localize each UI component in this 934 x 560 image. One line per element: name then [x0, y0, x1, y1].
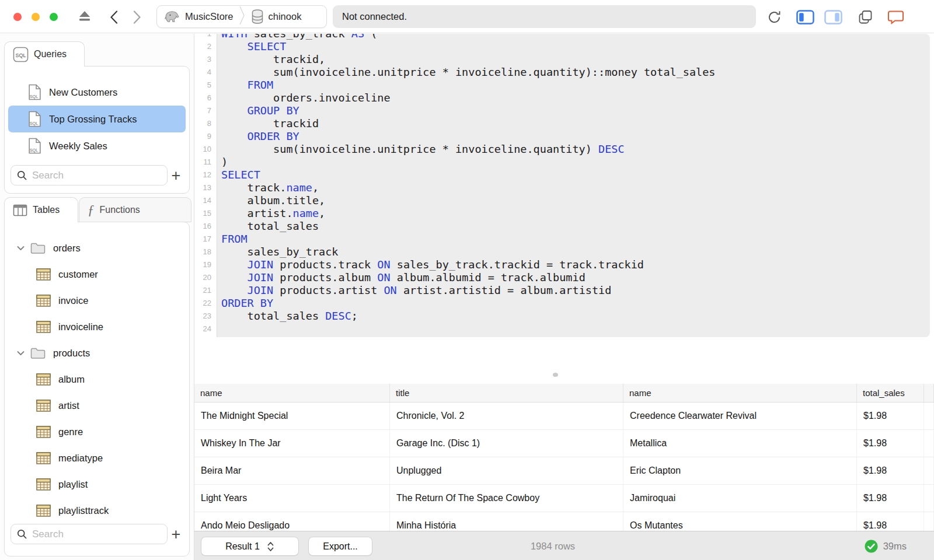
code-line[interactable]: FROM [221, 233, 930, 246]
code-line[interactable]: artist.name, [221, 207, 930, 220]
tab-queries[interactable]: SQL Queries [4, 41, 85, 66]
code-line[interactable]: total_sales DESC; [221, 310, 930, 323]
export-button[interactable]: Export... [309, 537, 372, 555]
code-line[interactable]: total_sales [221, 220, 930, 233]
table-cell[interactable]: $1.98 [857, 430, 924, 457]
tree-item-invoiceline[interactable]: invoiceline [5, 314, 189, 340]
tree-item-label: playlist [58, 479, 88, 490]
tab-tables[interactable]: Tables [4, 197, 78, 222]
tree-item-artist[interactable]: artist [5, 393, 189, 419]
toggle-left-sidebar-icon[interactable] [796, 10, 814, 24]
disconnect-eject-icon[interactable] [78, 10, 91, 22]
table-cell[interactable]: Unplugged [390, 457, 623, 484]
editor-results-splitter[interactable] [194, 369, 934, 384]
column-header-total-sales[interactable]: total_sales [857, 384, 924, 402]
code-line[interactable]: FROM [221, 79, 930, 92]
code-line[interactable]: JOIN products.album ON album.albumid = t… [221, 271, 930, 284]
code-line[interactable]: ORDER BY [221, 130, 930, 143]
table-cell[interactable]: The Midnight Special [194, 402, 390, 429]
breadcrumb-connection[interactable]: MusicStore [185, 11, 234, 22]
tables-search-box[interactable] [11, 524, 168, 544]
column-header-name[interactable]: name [623, 384, 857, 402]
table-cell[interactable]: Os Mutantes [623, 512, 857, 531]
column-header-title[interactable]: title [390, 384, 623, 402]
query-item-new-customers[interactable]: SQL New Customers [8, 79, 186, 106]
tree-item-products[interactable]: products [5, 340, 189, 366]
tree-item-playlisttrack[interactable]: playlisttrack [5, 498, 189, 524]
add-query-button[interactable]: + [168, 167, 184, 184]
table-row[interactable]: Ando Meio DesligadoMinha HistóriaOs Muta… [194, 512, 934, 531]
table-cell[interactable]: Eric Clapton [623, 457, 857, 484]
table-cell[interactable]: Beira Mar [194, 457, 390, 484]
tab-functions[interactable]: ƒ Functions [79, 197, 191, 222]
tables-search-input[interactable] [32, 528, 161, 540]
refresh-icon[interactable] [766, 9, 782, 25]
result-selector-dropdown[interactable]: Result 1 [201, 537, 298, 555]
table-cell[interactable]: Minha História [390, 512, 623, 531]
chevron-down-icon[interactable] [17, 351, 25, 356]
table-cell[interactable]: $1.98 [857, 402, 924, 429]
column-header-name[interactable]: name [194, 384, 390, 402]
query-item-top-grossing-tracks[interactable]: SQL Top Grossing Tracks [8, 106, 186, 132]
table-cell[interactable]: Jamiroquai [623, 485, 857, 512]
tree-item-invoice[interactable]: invoice [5, 288, 189, 314]
table-row[interactable]: Whiskey In The JarGarage Inc. (Disc 1)Me… [194, 430, 934, 457]
code-line[interactable]: track.name, [221, 181, 930, 194]
table-cell[interactable]: Light Years [194, 485, 390, 512]
table-row[interactable]: The Midnight SpecialChronicle, Vol. 2Cre… [194, 402, 934, 430]
table-cell[interactable]: The Return Of The Space Cowboy [390, 485, 623, 512]
tree-item-genre[interactable]: genre [5, 419, 189, 445]
forward-button[interactable] [133, 10, 141, 24]
svg-text:SQL: SQL [30, 121, 39, 126]
splitter-handle-icon[interactable] [553, 373, 558, 377]
queries-search-input[interactable] [32, 170, 161, 181]
breadcrumb-database[interactable]: chinook [269, 11, 302, 22]
code-line[interactable]: sum(invoiceline.unitprice * invoiceline.… [221, 143, 930, 156]
code-line[interactable]: sum(invoiceline.unitprice * invoiceline.… [221, 66, 930, 79]
sql-code-area[interactable]: WITH sales_by_track AS ( SELECT trackid,… [217, 34, 930, 337]
tree-item-album[interactable]: album [5, 366, 189, 393]
new-window-icon[interactable] [858, 10, 873, 24]
table-cell[interactable]: $1.98 [857, 512, 924, 531]
table-cell[interactable]: Ando Meio Desligado [194, 512, 390, 531]
tree-item-orders[interactable]: orders [5, 235, 189, 261]
code-line[interactable]: sales_by_track [221, 246, 930, 258]
code-line[interactable]: orders.invoiceline [221, 92, 930, 104]
table-cell[interactable]: $1.98 [857, 457, 924, 484]
code-line[interactable]: JOIN products.artist ON artist.artistid … [221, 284, 930, 297]
toggle-right-sidebar-icon[interactable] [824, 10, 842, 24]
table-row[interactable]: Beira MarUnpluggedEric Clapton$1.98 [194, 457, 934, 485]
code-line[interactable]: WITH sales_by_track AS ( [221, 34, 930, 40]
sql-editor[interactable]: 123456789101112131415161718192021222324 … [194, 34, 934, 337]
add-table-button[interactable]: + [168, 526, 184, 543]
minimize-window-button[interactable] [32, 13, 40, 21]
code-line[interactable]: JOIN products.track ON sales_by_track.tr… [221, 258, 930, 271]
code-line[interactable]: SELECT [221, 169, 930, 181]
query-item-weekly-sales[interactable]: SQL Weekly Sales [8, 132, 186, 159]
code-line[interactable]: ) [221, 156, 930, 169]
tree-item-playlist[interactable]: playlist [5, 471, 189, 498]
table-cell[interactable]: Metallica [623, 430, 857, 457]
code-line[interactable]: trackid, [221, 53, 930, 66]
table-cell[interactable]: Chronicle, Vol. 2 [390, 402, 623, 429]
zoom-window-button[interactable] [50, 13, 58, 21]
tree-item-customer[interactable]: customer [5, 261, 189, 288]
code-line[interactable]: ORDER BY [221, 297, 930, 310]
table-cell[interactable]: Garage Inc. (Disc 1) [390, 430, 623, 457]
table-cell[interactable]: $1.98 [857, 485, 924, 512]
chevron-down-icon[interactable] [17, 246, 25, 251]
tree-item-mediatype[interactable]: mediatype [5, 445, 189, 471]
code-line[interactable]: album.title, [221, 194, 930, 207]
queries-search-box[interactable] [11, 165, 168, 186]
code-line[interactable] [221, 323, 930, 335]
table-row[interactable]: Light YearsThe Return Of The Space Cowbo… [194, 485, 934, 512]
close-window-button[interactable] [13, 13, 22, 21]
code-line[interactable]: trackid [221, 117, 930, 130]
line-number: 23 [194, 310, 217, 323]
feedback-chat-icon[interactable] [887, 10, 904, 25]
table-cell[interactable]: Whiskey In The Jar [194, 430, 390, 457]
table-cell[interactable]: Creedence Clearwater Revival [623, 402, 857, 429]
back-button[interactable] [110, 10, 118, 24]
code-line[interactable]: SELECT [221, 40, 930, 53]
code-line[interactable]: GROUP BY [221, 104, 930, 117]
